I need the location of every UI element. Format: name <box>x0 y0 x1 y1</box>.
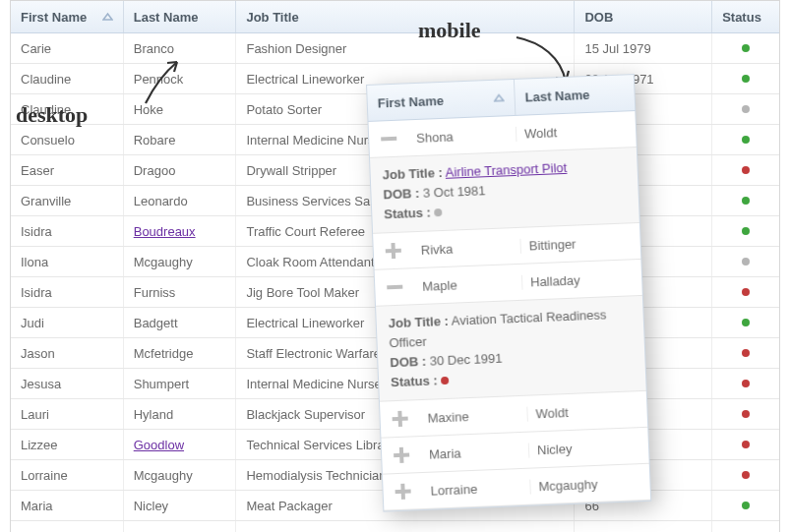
mobile-header-first-name[interactable]: First Name <box>367 80 516 121</box>
status-dot <box>742 197 750 205</box>
cell-first-name: Easer <box>11 155 124 185</box>
cell-status <box>712 521 779 532</box>
arrow-to-desktop-icon <box>138 54 197 108</box>
cell-status <box>712 338 779 368</box>
mobile-header-last-name[interactable]: Last Name <box>515 75 635 115</box>
cell-first-name: Jesusa <box>11 369 124 398</box>
cell-first-name: Maria <box>11 491 124 520</box>
header-job-title-label: Job Title <box>246 10 298 25</box>
last-name-link[interactable]: Boudreaux <box>134 224 196 239</box>
cell-dob: 15 Jul 1979 <box>575 33 712 63</box>
mobile-cell-first-name: Rivka <box>412 238 521 257</box>
header-status-label: Status <box>722 10 761 25</box>
cell-first-name: Ilona <box>11 247 124 276</box>
cell-status <box>712 308 779 337</box>
collapse-icon[interactable] <box>369 130 409 148</box>
status-dot <box>742 441 750 448</box>
cell-last-name: Furniss <box>124 277 237 307</box>
expand-icon[interactable] <box>380 410 420 428</box>
header-last-name[interactable]: Last Name <box>124 1 237 32</box>
cell-status <box>712 399 779 429</box>
cell-status <box>712 33 779 63</box>
cell-status <box>712 430 779 459</box>
mobile-cell-last-name: Nicley <box>529 438 649 457</box>
cell-first-name: Lorraine <box>11 460 124 490</box>
status-dot <box>742 44 750 52</box>
cell-first-name: Carie <box>11 33 124 63</box>
cell-first-name: Claudine <box>11 64 124 93</box>
cell-last-name: Mcgaughy <box>124 247 237 276</box>
expand-icon[interactable] <box>374 242 414 260</box>
collapse-icon[interactable] <box>375 278 415 296</box>
cell-last-name: Leonardo <box>124 186 237 215</box>
cell-first-name: Jason <box>11 338 124 368</box>
cell-first-name: Lizzee <box>11 430 124 459</box>
mobile-cell-last-name: Woldt <box>517 122 637 142</box>
header-last-name-label: Last Name <box>134 10 199 25</box>
cell-status <box>712 277 779 307</box>
last-name-link[interactable]: Goodlow <box>134 438 184 452</box>
annotation-mobile: mobile <box>418 18 481 43</box>
cell-last-name: Mcfetridge <box>124 338 237 368</box>
mobile-cell-last-name: Halladay <box>522 269 642 289</box>
status-dot <box>742 410 750 418</box>
sort-asc-icon[interactable] <box>493 92 504 102</box>
cell-status <box>712 216 779 246</box>
mobile-cell-first-name: Lorraine <box>422 479 531 498</box>
cell-first-name: Isidra <box>11 216 124 246</box>
expand-icon[interactable] <box>383 483 423 501</box>
cell-status <box>712 94 779 124</box>
annotation-desktop: desktop <box>16 102 88 128</box>
status-dot <box>742 136 750 144</box>
mobile-cell-first-name: Shona <box>408 126 517 145</box>
status-dot <box>742 380 750 387</box>
status-dot <box>742 288 750 296</box>
cell-dob: 37 <box>575 521 712 532</box>
cell-status <box>712 247 779 276</box>
mobile-detail: Job Title : Aviation Tactical Readiness … <box>376 296 646 402</box>
cell-last-name: Badgett <box>124 308 237 337</box>
status-dot <box>742 349 750 357</box>
cell-first-name: Isidra <box>11 277 124 307</box>
cell-status <box>712 64 779 93</box>
table-row[interactable]: MaxineWoldtBusiness Services Sales Re37 <box>11 521 779 532</box>
mobile-table: First Name Last Name ShonaWoldtJob Title… <box>366 74 651 512</box>
cell-first-name: Lauri <box>11 399 124 429</box>
cell-status <box>712 155 779 185</box>
table-row[interactable]: CarieBrancoFashion Designer15 Jul 1979 <box>11 33 779 64</box>
header-dob[interactable]: DOB <box>575 1 712 32</box>
cell-last-name: Nicley <box>124 491 237 520</box>
desktop-header-row: First Name Last Name Job Title DOB Statu… <box>11 1 779 33</box>
expand-icon[interactable] <box>382 446 422 464</box>
status-dot <box>742 258 750 266</box>
mobile-cell-last-name: Bittinger <box>520 233 640 253</box>
sort-asc-icon[interactable] <box>102 12 113 22</box>
cell-first-name: Consuelo <box>11 125 124 154</box>
cell-first-name: Judi <box>11 308 124 337</box>
cell-status <box>712 491 779 520</box>
cell-last-name: Boudreaux <box>124 216 237 246</box>
mobile-cell-first-name: Maxine <box>419 406 528 425</box>
status-dot <box>742 75 750 83</box>
cell-last-name: Woldt <box>124 521 237 532</box>
status-dot <box>434 208 442 216</box>
header-first-name[interactable]: First Name <box>11 1 124 32</box>
status-dot <box>441 377 449 384</box>
cell-last-name: Mcgaughy <box>124 460 237 490</box>
job-title-link[interactable]: Airline Transport Pilot <box>445 160 567 180</box>
status-dot <box>742 105 750 113</box>
header-job-title[interactable]: Job Title <box>236 1 575 32</box>
header-dob-label: DOB <box>584 10 613 25</box>
header-status[interactable]: Status <box>712 1 779 32</box>
cell-last-name: Goodlow <box>124 430 237 459</box>
mobile-header-first-name-label: First Name <box>377 92 444 110</box>
cell-last-name: Hyland <box>124 399 237 429</box>
cell-status <box>712 369 779 398</box>
cell-status <box>712 125 779 154</box>
cell-last-name: Dragoo <box>124 155 237 185</box>
cell-job-title: Business Services Sales Re <box>236 521 575 532</box>
status-dot <box>742 319 750 326</box>
cell-first-name: Granville <box>11 186 124 215</box>
mobile-cell-first-name: Maple <box>414 274 523 293</box>
mobile-cell-last-name: Mcgaughy <box>530 474 650 494</box>
